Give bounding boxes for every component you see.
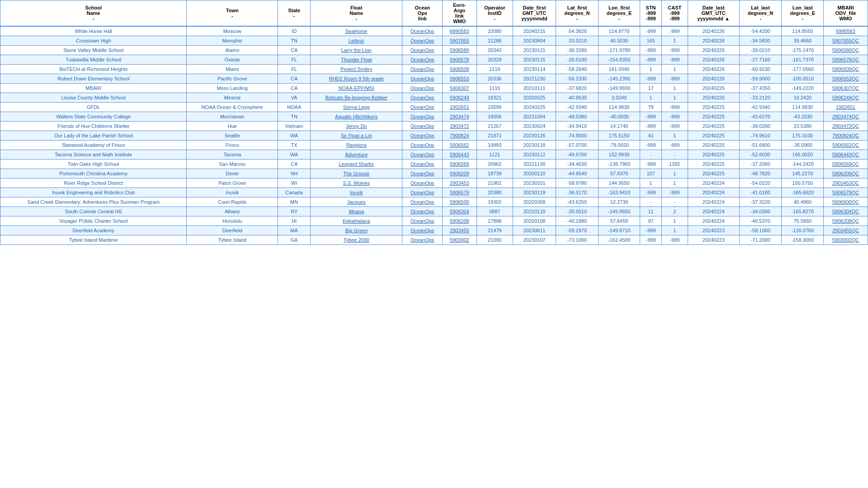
cell-euro-argo[interactable]: 5906500 [443, 197, 476, 207]
cell-float-name[interactable]: S.S. Wolves [311, 178, 402, 188]
cell-float-name[interactable]: Tybee 2000 [311, 235, 402, 245]
cell-ocean-ops[interactable]: OceanOps [402, 160, 443, 169]
cell-ocean-ops[interactable]: OceanOps [402, 65, 443, 74]
cell-float-name[interactable]: Moana [311, 207, 402, 216]
cell-float-name[interactable]: SeaHorse [311, 26, 402, 36]
cell-euro-argo[interactable]: 5903002 [443, 235, 476, 245]
cell-mbari[interactable]: 5906580QC [824, 46, 868, 55]
cell-euro-argo[interactable]: 2903455 [443, 226, 476, 235]
cell-euro-argo[interactable]: 5906578 [443, 55, 476, 65]
cell-ocean-ops[interactable]: OceanOps [402, 103, 443, 112]
cell-ocean-ops[interactable]: OceanOps [402, 122, 443, 131]
cell-mbari[interactable]: 2903455QC [824, 226, 868, 235]
cell-euro-argo[interactable]: 6990583 [443, 26, 476, 36]
cell-mbari[interactable]: 5906307QC [824, 84, 868, 93]
cell-ocean-ops[interactable]: OceanOps [402, 26, 443, 36]
cell-float-name[interactable]: Inuvik [311, 188, 402, 197]
cell-ocean-ops[interactable]: OceanOps [402, 216, 443, 226]
cell-mbari[interactable]: 5906500QC [824, 197, 868, 207]
cell-ocean-ops[interactable]: OceanOps [402, 226, 443, 235]
cell-euro-argo[interactable]: 5906249 [443, 93, 476, 103]
cell-mbari[interactable]: 5906579QC [824, 188, 868, 197]
cell-mbari[interactable]: 5906569QC [824, 160, 868, 169]
cell-euro-argo[interactable]: 5906307 [443, 84, 476, 93]
cell-euro-argo[interactable]: 5906208 [443, 216, 476, 226]
cell-float-name[interactable]: Thunder Float [311, 55, 402, 65]
cell-euro-argo[interactable]: 1902651 [443, 103, 476, 112]
cell-mbari[interactable]: 2903474QC [824, 112, 868, 122]
cell-stn: 107 [640, 169, 661, 178]
col-lat-last: Lat_lastdegrees_N- [739, 0, 782, 27]
cell-ocean-ops[interactable]: OceanOps [402, 55, 443, 65]
cell-mbari[interactable]: 5906249QC [824, 93, 868, 103]
cell-float-name[interactable]: Big Green [311, 226, 402, 235]
cell-float-name[interactable]: RHD2 Room 9 5th grade [311, 74, 402, 84]
cell-float-name[interactable]: Rangiora [311, 141, 402, 150]
cell-mbari[interactable]: 5906208QC [824, 216, 868, 226]
cell-euro-argo[interactable]: 2903453 [443, 178, 476, 188]
cell-ocean-ops[interactable]: OceanOps [402, 46, 443, 55]
cell-ocean-ops[interactable]: OceanOps [402, 93, 443, 103]
cell-euro-argo[interactable]: 5906579 [443, 188, 476, 197]
cell-euro-argo[interactable]: 5906562 [443, 141, 476, 150]
cell-float-name[interactable]: Leopard Sharks [311, 160, 402, 169]
cell-cast: -999 [661, 235, 688, 245]
cell-ocean-ops[interactable]: OceanOps [402, 197, 443, 207]
cell-euro-argo[interactable]: 5906209 [443, 169, 476, 178]
cell-mbari[interactable]: 5906509QC [824, 65, 868, 74]
cell-lon-first: 57.8370 [598, 169, 640, 178]
cell-mbari[interactable]: 5907055QC [824, 36, 868, 46]
cell-ocean-ops[interactable]: OceanOps [402, 131, 443, 141]
cell-float-name[interactable]: Kekaihalana [311, 216, 402, 226]
cell-cast: -999 [661, 26, 688, 36]
cell-euro-argo[interactable]: 2903472 [443, 122, 476, 131]
cell-euro-argo[interactable]: 5906304 [443, 207, 476, 216]
cell-mbari[interactable]: 5906553QC [824, 74, 868, 84]
cell-euro-argo[interactable]: 7900824 [443, 131, 476, 141]
cell-mbari[interactable]: 5906578QC [824, 55, 868, 65]
cell-float-name[interactable]: NOAA-EPP/MSI [311, 84, 402, 93]
cell-float-name[interactable]: Jacques [311, 197, 402, 207]
cell-float-name[interactable]: The Grouse [311, 169, 402, 178]
cell-float-name[interactable]: Adventure [311, 150, 402, 160]
cell-ocean-ops[interactable]: OceanOps [402, 84, 443, 93]
cell-mbari[interactable]: 5906562QC [824, 141, 868, 150]
cell-ocean-ops[interactable]: OceanOps [402, 74, 443, 84]
cell-mbari[interactable]: 5906443QC [824, 150, 868, 160]
cell-mbari[interactable]: 1902651 [824, 103, 868, 112]
cell-ocean-ops[interactable]: OceanOps [402, 188, 443, 197]
cell-euro-argo[interactable]: 5907055 [443, 36, 476, 46]
cell-lon-last: 23.5380 [782, 122, 824, 131]
cell-mbari[interactable]: 2903472QC [824, 122, 868, 131]
cell-ocean-ops[interactable]: OceanOps [402, 141, 443, 150]
cell-ocean-ops[interactable]: OceanOps [402, 207, 443, 216]
cell-mbari[interactable]: 5903002QC [824, 235, 868, 245]
cell-euro-argo[interactable]: 5906580 [443, 46, 476, 55]
cell-float-name[interactable]: Aquatic Hitchhikers [311, 112, 402, 122]
cell-mbari[interactable]: 6990583 [824, 26, 868, 36]
cell-euro-argo[interactable]: 5906509 [443, 65, 476, 74]
cell-float-name[interactable]: Sir Float a Lot [311, 131, 402, 141]
cell-ocean-ops[interactable]: OceanOps [402, 36, 443, 46]
cell-mbari[interactable]: 7900824QC [824, 131, 868, 141]
table-row: Tuskawilla Middle School Oviedo FL Thund… [0, 55, 868, 65]
cell-euro-argo[interactable]: 5906569 [443, 160, 476, 169]
cell-float-name[interactable]: Sonya Legg [311, 103, 402, 112]
cell-ocean-ops[interactable]: OceanOps [402, 150, 443, 160]
cell-ocean-ops[interactable]: OceanOps [402, 178, 443, 188]
cell-euro-argo[interactable]: 2903474 [443, 112, 476, 122]
cell-float-name[interactable]: Jenny Do [311, 122, 402, 131]
cell-float-name[interactable]: Bobcats Be-bopping Bobber [311, 93, 402, 103]
cell-ocean-ops[interactable]: OceanOps [402, 169, 443, 178]
cell-euro-argo[interactable]: 5906443 [443, 150, 476, 160]
cell-euro-argo[interactable]: 5906553 [443, 74, 476, 84]
cell-mbari[interactable]: 5906304QC [824, 207, 868, 216]
cell-mbari[interactable]: 5906209QC [824, 169, 868, 178]
table-header-row: SchoolName- Town- State- FloatName- Ocea… [0, 0, 868, 27]
cell-ocean-ops[interactable]: OceanOps [402, 112, 443, 122]
cell-float-name[interactable]: Larry the Lion [311, 46, 402, 55]
cell-float-name[interactable]: Leibniz [311, 36, 402, 46]
cell-ocean-ops[interactable]: OceanOps [402, 235, 443, 245]
cell-float-name[interactable]: Project Smiley [311, 65, 402, 74]
cell-mbari[interactable]: 2903453QC [824, 178, 868, 188]
